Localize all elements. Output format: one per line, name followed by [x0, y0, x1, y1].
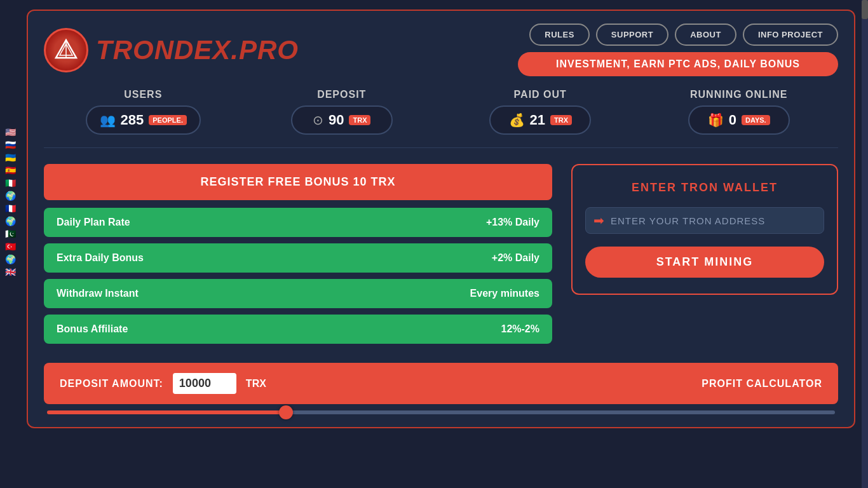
users-unit: PEOPLE. — [149, 115, 187, 125]
stat-users-label: USERS — [44, 89, 243, 100]
logo-area: TRONDEX.PRO — [44, 28, 299, 72]
deposit-value: 90 — [329, 112, 344, 128]
feature-withdraw-value: Every minutes — [470, 288, 539, 299]
tron-address-input[interactable] — [611, 215, 816, 226]
feature-affiliate-value: 12%-2% — [501, 323, 539, 335]
rules-button[interactable]: RULES — [529, 24, 590, 46]
wallet-input-row: ➡ — [585, 207, 824, 234]
wallet-title: ENTER TRON WALLET — [585, 181, 824, 194]
left-panel: REGISTER FREE BONUS 10 TRX Daily Plan Ra… — [44, 164, 552, 350]
stats-row: USERS 👥 285 PEOPLE. DEPOSIT ⊙ 90 TRX PAI… — [44, 89, 838, 148]
deposit-unit-label: TRX — [246, 378, 266, 390]
calculator-bar: DEPOSIT AMOUNT: TRX PROFIT CALCULATOR — [44, 363, 838, 404]
paidout-value: 21 — [530, 112, 545, 128]
flag-ir[interactable]: 🌍 — [3, 254, 18, 264]
users-value: 285 — [121, 112, 144, 128]
nav-buttons: RULES SUPPORT ABOUT INFO PROJECT — [529, 24, 838, 46]
feature-daily-plan-value: +13% Daily — [486, 217, 539, 228]
about-button[interactable]: ABOUT — [675, 24, 736, 46]
header: TRONDEX.PRO RULES SUPPORT ABOUT INFO PRO… — [44, 24, 838, 76]
stat-deposit-label: DEPOSIT — [243, 89, 442, 100]
register-button[interactable]: REGISTER FREE BONUS 10 TRX — [44, 164, 552, 200]
stat-users-box: 👥 285 PEOPLE. — [86, 105, 201, 135]
deposit-slider[interactable] — [47, 410, 835, 414]
flag-ru[interactable]: 🇷🇺 — [3, 140, 18, 150]
stat-deposit: DEPOSIT ⊙ 90 TRX — [243, 89, 442, 135]
flag-es[interactable]: 🇪🇸 — [3, 165, 18, 175]
online-value: 0 — [729, 112, 736, 128]
paidout-unit: TRX — [550, 115, 572, 125]
feature-affiliate-label: Bonus Affiliate — [57, 323, 128, 335]
feature-withdraw-label: Withdraw Instant — [57, 288, 139, 299]
flag-tr[interactable]: 🇹🇷 — [3, 241, 18, 252]
online-icon: 🎁 — [708, 112, 724, 128]
feature-withdraw: Withdraw Instant Every minutes — [44, 279, 552, 308]
feature-daily-plan: Daily Plan Rate +13% Daily — [44, 208, 552, 237]
feature-extra-bonus: Extra Daily Bonus +2% Daily — [44, 243, 552, 273]
scrollbar-thumb[interactable] — [862, 0, 868, 19]
deposit-amount-input[interactable] — [173, 373, 236, 394]
flag-sa[interactable]: 🌍 — [3, 216, 18, 226]
lower-section: REGISTER FREE BONUS 10 TRX Daily Plan Ra… — [44, 164, 838, 350]
main-content: TRONDEX.PRO RULES SUPPORT ABOUT INFO PRO… — [20, 0, 868, 488]
stat-users: USERS 👥 285 PEOPLE. — [44, 89, 243, 135]
stat-paid-out: PAID OUT 💰 21 TRX — [441, 89, 640, 135]
paidout-icon: 💰 — [509, 112, 525, 128]
scrollbar[interactable] — [862, 0, 868, 488]
flag-it[interactable]: 🇮🇹 — [3, 178, 18, 188]
info-project-button[interactable]: INFO PROJECT — [743, 24, 838, 46]
feature-affiliate: Bonus Affiliate 12%-2% — [44, 315, 552, 344]
wallet-card: ENTER TRON WALLET ➡ START MINING — [571, 164, 838, 295]
right-panel: ENTER TRON WALLET ➡ START MINING — [571, 164, 838, 350]
support-button[interactable]: SUPPORT — [596, 24, 668, 46]
deposit-icon: ⊙ — [313, 112, 323, 128]
online-unit: DAYS. — [742, 115, 770, 125]
flag-fr[interactable]: 🇫🇷 — [3, 203, 18, 214]
nav-area: RULES SUPPORT ABOUT INFO PROJECT INVESTM… — [518, 24, 838, 76]
stat-paidout-box: 💰 21 TRX — [489, 105, 591, 135]
deposit-unit: TRX — [349, 115, 370, 125]
logo-icon — [44, 28, 88, 72]
feature-daily-plan-label: Daily Plan Rate — [57, 217, 130, 228]
stat-running-online: RUNNING ONLINE 🎁 0 DAYS. — [640, 89, 839, 135]
stat-deposit-box: ⊙ 90 TRX — [291, 105, 393, 135]
slider-row — [44, 404, 838, 414]
deposit-amount-label: DEPOSIT AMOUNT: — [60, 378, 163, 390]
wallet-input-icon: ➡ — [593, 213, 604, 228]
stat-paidout-label: PAID OUT — [441, 89, 640, 100]
main-card: TRONDEX.PRO RULES SUPPORT ABOUT INFO PRO… — [27, 10, 855, 428]
stat-online-box: 🎁 0 DAYS. — [688, 105, 790, 135]
flag-af[interactable]: 🌍 — [3, 191, 18, 201]
flag-pk[interactable]: 🇵🇰 — [3, 229, 18, 239]
flags-sidebar: 🇺🇸 🇷🇺 🇺🇦 🇪🇸 🇮🇹 🌍 🇫🇷 🌍 🇵🇰 🇹🇷 🌍 🇬🇧 — [0, 0, 20, 488]
feature-extra-bonus-label: Extra Daily Bonus — [57, 252, 144, 264]
feature-extra-bonus-value: +2% Daily — [492, 252, 539, 264]
logo-text: TRONDEX.PRO — [96, 35, 299, 65]
profit-calculator-label: PROFIT CALCULATOR — [702, 378, 822, 390]
flag-ua[interactable]: 🇺🇦 — [3, 152, 18, 163]
flag-gb[interactable]: 🇬🇧 — [3, 267, 18, 277]
flag-us[interactable]: 🇺🇸 — [3, 127, 18, 137]
banner-button[interactable]: INVESTMENT, EARN PTC ADS, DAILY BONUS — [518, 52, 838, 76]
users-icon: 👥 — [100, 112, 116, 128]
stat-online-label: RUNNING ONLINE — [640, 89, 839, 100]
start-mining-button[interactable]: START MINING — [585, 247, 824, 278]
